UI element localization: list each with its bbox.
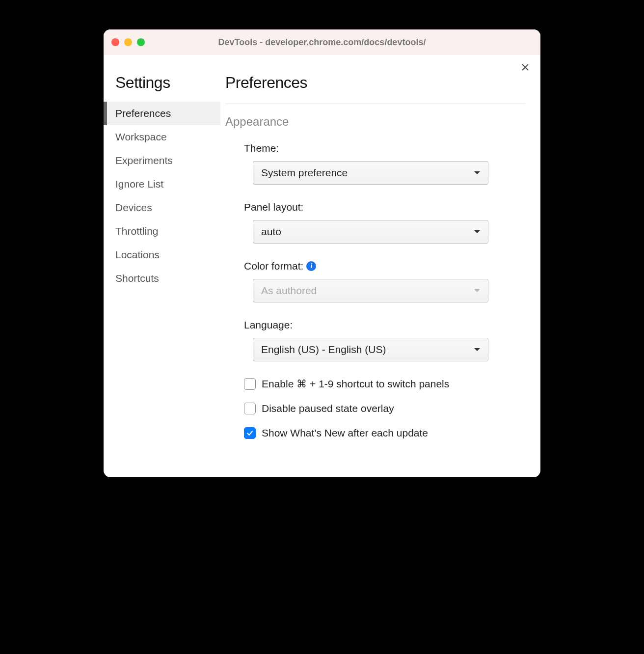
disable-paused-overlay-checkbox-row[interactable]: Disable paused state overlay [244, 403, 526, 414]
theme-field: Theme: System preference [244, 142, 526, 185]
checkbox-unchecked[interactable] [244, 378, 256, 390]
language-label: Language: [244, 319, 526, 331]
close-icon [521, 63, 530, 72]
main-panel: Preferences Appearance Theme: System pre… [220, 55, 540, 477]
theme-label: Theme: [244, 142, 526, 154]
color-format-select: As authored [253, 279, 488, 302]
sidebar-item-label: Locations [115, 249, 160, 260]
language-select[interactable]: English (US) - English (US) [253, 338, 488, 361]
checkbox-label: Enable ⌘ + 1-9 shortcut to switch panels [262, 378, 449, 390]
sidebar-item-label: Preferences [115, 108, 171, 119]
checkbox-unchecked[interactable] [244, 403, 256, 414]
sidebar-item-devices[interactable]: Devices [104, 196, 220, 219]
sidebar-title: Settings [104, 74, 220, 102]
color-format-value: As authored [261, 285, 317, 297]
color-format-field: Color format: i As authored [244, 260, 526, 302]
checkbox-label: Show What's New after each update [262, 427, 428, 439]
sidebar-item-ignore-list[interactable]: Ignore List [104, 172, 220, 196]
titlebar: DevTools - developer.chrome.com/docs/dev… [104, 29, 540, 55]
panel-layout-value: auto [261, 226, 281, 238]
info-icon[interactable]: i [306, 261, 316, 271]
close-settings-button[interactable] [521, 63, 530, 74]
close-window-button[interactable] [111, 38, 119, 46]
chevron-down-icon [474, 171, 480, 174]
sidebar-item-label: Devices [115, 202, 152, 213]
language-value: English (US) - English (US) [261, 344, 386, 355]
theme-value: System preference [261, 167, 348, 179]
chevron-down-icon [474, 230, 480, 233]
minimize-window-button[interactable] [124, 38, 132, 46]
chevron-down-icon [474, 348, 480, 351]
checkbox-checked[interactable] [244, 427, 256, 439]
theme-select[interactable]: System preference [253, 161, 488, 185]
sidebar-item-label: Experiments [115, 155, 173, 166]
sidebar-item-throttling[interactable]: Throttling [104, 219, 220, 243]
sidebar-item-locations[interactable]: Locations [104, 243, 220, 267]
window-title: DevTools - developer.chrome.com/docs/dev… [104, 37, 540, 48]
traffic-lights [111, 38, 145, 46]
sidebar-item-label: Workspace [115, 131, 167, 142]
panel-layout-field: Panel layout: auto [244, 201, 526, 244]
devtools-window: DevTools - developer.chrome.com/docs/dev… [104, 29, 540, 477]
maximize-window-button[interactable] [137, 38, 145, 46]
sidebar-item-label: Shortcuts [115, 272, 159, 284]
enable-shortcut-checkbox-row[interactable]: Enable ⌘ + 1-9 shortcut to switch panels [244, 378, 526, 390]
show-whats-new-checkbox-row[interactable]: Show What's New after each update [244, 427, 526, 439]
sidebar-item-workspace[interactable]: Workspace [104, 125, 220, 149]
content: Settings Preferences Workspace Experimen… [104, 55, 540, 477]
color-format-label-text: Color format: [244, 260, 303, 272]
section-appearance: Appearance [225, 115, 526, 129]
sidebar-item-preferences[interactable]: Preferences [104, 102, 220, 125]
checkbox-label: Disable paused state overlay [262, 403, 394, 414]
panel-layout-select[interactable]: auto [253, 220, 488, 244]
sidebar-item-experiments[interactable]: Experiments [104, 149, 220, 172]
sidebar-item-label: Throttling [115, 225, 159, 237]
color-format-label: Color format: i [244, 260, 526, 272]
language-field: Language: English (US) - English (US) [244, 319, 526, 361]
chevron-down-icon [474, 289, 480, 292]
sidebar-item-label: Ignore List [115, 178, 163, 190]
sidebar-item-shortcuts[interactable]: Shortcuts [104, 267, 220, 290]
panel-layout-label: Panel layout: [244, 201, 526, 213]
check-icon [246, 429, 254, 437]
sidebar: Settings Preferences Workspace Experimen… [104, 55, 220, 477]
page-title: Preferences [225, 74, 526, 104]
